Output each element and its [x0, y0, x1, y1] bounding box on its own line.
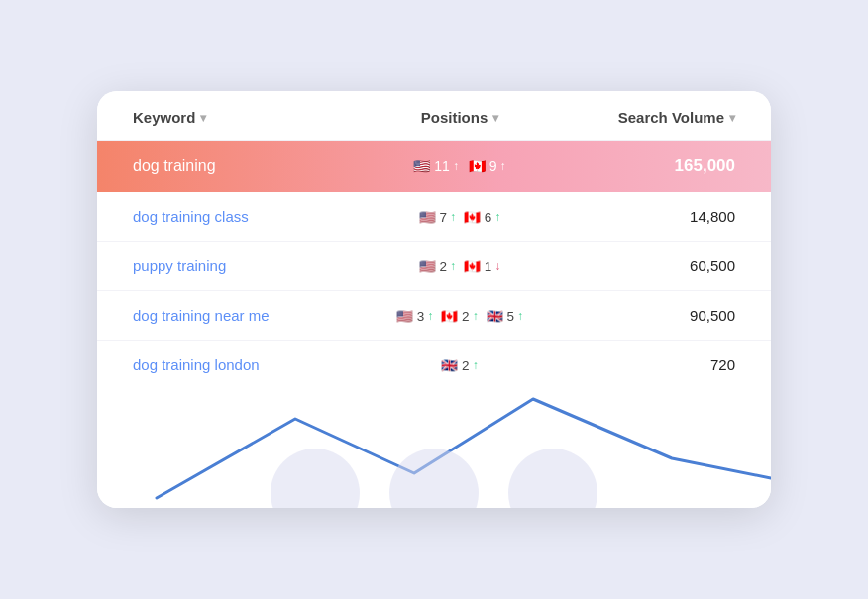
- flag-ca: 🇨🇦 9↑: [469, 158, 506, 174]
- flag-ca: 🇨🇦 6↑: [464, 209, 500, 225]
- keyword-header-label: Keyword: [133, 109, 195, 126]
- volume-header[interactable]: Search Volume ▾: [569, 109, 735, 126]
- volume-cell: 165,000: [569, 156, 735, 176]
- table-row[interactable]: dog training london 🇬🇧 2↑ 720: [97, 341, 771, 389]
- main-table: Keyword ▾ Positions ▾ Search Volume ▾ do…: [97, 91, 771, 508]
- keyword-cell: dog training near me: [133, 307, 351, 324]
- keyword-cell: dog training class: [133, 208, 351, 225]
- trend-chart: [97, 389, 771, 508]
- flag-ca: 🇨🇦 1↓: [464, 258, 500, 274]
- table-header: Keyword ▾ Positions ▾ Search Volume ▾: [97, 91, 771, 141]
- table-row[interactable]: dog training class 🇺🇸 7↑ 🇨🇦 6↑ 14,800: [97, 192, 771, 242]
- volume-cell: 90,500: [569, 307, 735, 324]
- table-row[interactable]: dog training near me 🇺🇸 3↑ 🇨🇦 2↑ 🇬🇧 5↑ 9…: [97, 291, 771, 341]
- keyword-cell: dog training: [133, 157, 351, 175]
- table-row-highlighted[interactable]: dog training 🇺🇸 11↑ 🇨🇦 9↑ 165,000: [97, 141, 771, 192]
- positions-cell: 🇬🇧 2↑: [351, 357, 569, 373]
- positions-header-label: Positions: [421, 109, 488, 126]
- keyword-cell: dog training london: [133, 356, 351, 373]
- keyword-header[interactable]: Keyword ▾: [133, 109, 351, 126]
- volume-cell: 60,500: [569, 257, 735, 274]
- keyword-cell: puppy training: [133, 257, 351, 274]
- last-row-container: dog training london 🇬🇧 2↑ 720: [97, 341, 771, 508]
- flag-us: 🇺🇸 7↑: [419, 209, 456, 225]
- flag-gb: 🇬🇧 5↑: [487, 308, 523, 324]
- positions-cell: 🇺🇸 3↑ 🇨🇦 2↑ 🇬🇧 5↑: [351, 308, 569, 324]
- positions-cell: 🇺🇸 11↑ 🇨🇦 9↑: [351, 158, 569, 174]
- positions-cell: 🇺🇸 2↑ 🇨🇦 1↓: [351, 258, 569, 274]
- volume-sort-icon[interactable]: ▾: [729, 111, 735, 125]
- flag-us: 🇺🇸 11↑: [413, 158, 458, 174]
- flag-gb: 🇬🇧 2↑: [441, 357, 478, 373]
- table-row[interactable]: puppy training 🇺🇸 2↑ 🇨🇦 1↓ 60,500: [97, 242, 771, 291]
- flag-ca: 🇨🇦 2↑: [441, 308, 478, 324]
- volume-cell: 14,800: [569, 208, 735, 225]
- flag-us: 🇺🇸 2↑: [419, 258, 456, 274]
- volume-cell: 720: [569, 356, 735, 373]
- positions-sort-icon[interactable]: ▾: [492, 111, 498, 125]
- keyword-sort-icon[interactable]: ▾: [200, 111, 206, 125]
- positions-header[interactable]: Positions ▾: [351, 109, 569, 126]
- positions-cell: 🇺🇸 7↑ 🇨🇦 6↑: [351, 209, 569, 225]
- flag-us: 🇺🇸 3↑: [396, 308, 433, 324]
- volume-header-label: Search Volume: [618, 109, 724, 126]
